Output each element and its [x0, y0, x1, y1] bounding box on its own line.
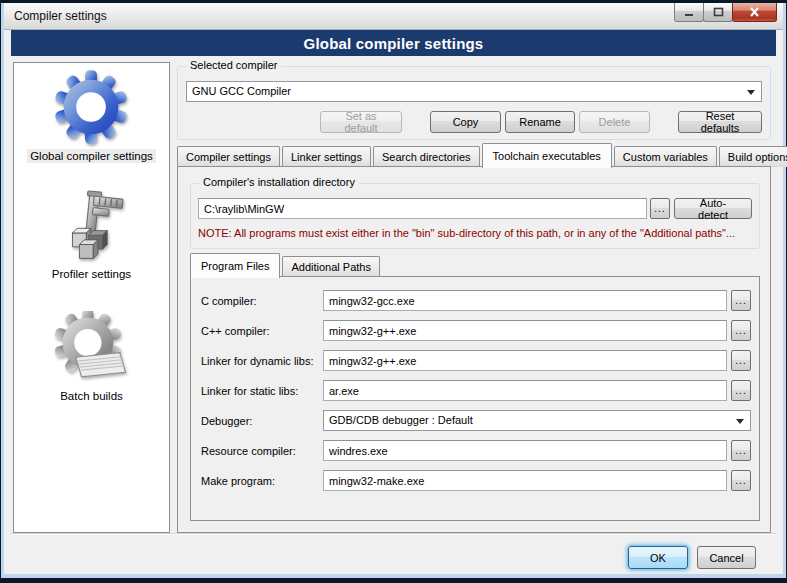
make-program-input[interactable] [323, 470, 727, 491]
installation-directory-group: Compiler's installation directory ... Au… [190, 183, 760, 249]
page-header-band: Global compiler settings [11, 30, 776, 56]
sidebar-item-batch-builds[interactable]: Batch builds [55, 311, 129, 403]
sidebar-item-label: Batch builds [57, 389, 126, 403]
selected-compiler-legend: Selected compiler [186, 59, 281, 71]
program-files-tabstrip: Program Files Additional Paths [190, 253, 760, 277]
c-compiler-browse-button[interactable]: ... [731, 290, 751, 311]
window-controls [675, 3, 777, 22]
static-linker-browse-button[interactable]: ... [731, 380, 751, 401]
dynamic-linker-label: Linker for dynamic libs: [201, 355, 323, 367]
minimize-icon [684, 8, 694, 17]
installation-directory-legend: Compiler's installation directory [199, 176, 359, 188]
blue-gear-icon [53, 69, 129, 145]
close-button[interactable] [732, 3, 777, 22]
make-program-browse-button[interactable]: ... [731, 470, 751, 491]
settings-category-sidebar: Global compiler settings [13, 62, 170, 533]
cpp-compiler-label: C++ compiler: [201, 325, 323, 337]
reset-defaults-button[interactable]: Reset defaults [678, 111, 762, 133]
tab-custom-variables[interactable]: Custom variables [614, 146, 717, 167]
dropdown-arrow-icon [736, 419, 744, 424]
window-title: Compiler settings [14, 9, 107, 23]
tab-search-directories[interactable]: Search directories [373, 146, 480, 167]
auto-detect-button[interactable]: Auto-detect [674, 198, 752, 219]
debugger-select-value: GDB/CDB debugger : Default [329, 414, 473, 426]
restore-button[interactable] [703, 3, 733, 22]
delete-button[interactable]: Delete [579, 111, 650, 133]
resource-compiler-label: Resource compiler: [201, 445, 323, 457]
tab-toolchain-executables[interactable]: Toolchain executables [482, 143, 612, 168]
compiler-select-value: GNU GCC Compiler [192, 85, 291, 97]
dialog-client-area: Global compiler settings [4, 30, 783, 574]
set-as-default-button[interactable]: Set as default [320, 111, 402, 133]
sidebar-item-label: Global compiler settings [27, 149, 156, 163]
installation-note: NOTE: All programs must exist either in … [198, 227, 752, 239]
page-title: Global compiler settings [304, 35, 484, 52]
ok-button[interactable]: OK [628, 546, 688, 569]
make-program-label: Make program: [201, 475, 323, 487]
c-compiler-input[interactable] [323, 290, 727, 311]
dynamic-linker-browse-button[interactable]: ... [731, 350, 751, 371]
copy-button[interactable]: Copy [430, 111, 501, 133]
subtab-program-files[interactable]: Program Files [190, 253, 280, 278]
resource-compiler-browse-button[interactable]: ... [731, 440, 751, 461]
dynamic-linker-input[interactable] [323, 350, 727, 371]
gray-gear-papers-icon [55, 311, 129, 385]
sidebar-item-profiler-settings[interactable]: Profiler settings [49, 189, 134, 281]
installation-directory-input[interactable] [198, 198, 647, 219]
cpp-compiler-browse-button[interactable]: ... [731, 320, 751, 341]
installation-directory-browse-button[interactable]: ... [650, 198, 670, 219]
sidebar-item-global-compiler-settings[interactable]: Global compiler settings [27, 69, 156, 163]
c-compiler-label: C compiler: [201, 295, 323, 307]
static-linker-label: Linker for static libs: [201, 385, 323, 397]
dropdown-arrow-icon [747, 90, 755, 95]
static-linker-input[interactable] [323, 380, 727, 401]
titlebar[interactable]: Compiler settings [4, 3, 783, 30]
main-tabstrip: Compiler settings Linker settings Search… [177, 142, 771, 167]
compiler-settings-window: Compiler settings Global compiler settin… [0, 0, 787, 583]
restore-icon [713, 7, 724, 17]
program-files-page: C compiler: ... C++ compiler: ... Linker… [190, 276, 760, 521]
resource-compiler-input[interactable] [323, 440, 727, 461]
debugger-label: Debugger: [201, 415, 323, 427]
tab-build-options[interactable]: Build options [719, 146, 787, 167]
toolchain-executables-page: Compiler's installation directory ... Au… [177, 166, 771, 533]
cancel-button[interactable]: Cancel [697, 546, 756, 569]
compiler-select[interactable]: GNU GCC Compiler [186, 81, 762, 102]
close-icon [749, 7, 760, 17]
rename-button[interactable]: Rename [505, 111, 575, 133]
tab-compiler-settings[interactable]: Compiler settings [177, 146, 280, 167]
sidebar-item-label: Profiler settings [49, 267, 134, 281]
subtab-additional-paths[interactable]: Additional Paths [282, 256, 380, 277]
footer-separator [11, 533, 776, 535]
minimize-button[interactable] [674, 3, 704, 22]
caliper-icon [54, 189, 128, 263]
debugger-select[interactable]: GDB/CDB debugger : Default [323, 410, 751, 431]
cpp-compiler-input[interactable] [323, 320, 727, 341]
selected-compiler-group: Selected compiler GNU GCC Compiler Set a… [177, 66, 771, 140]
tab-linker-settings[interactable]: Linker settings [282, 146, 371, 167]
